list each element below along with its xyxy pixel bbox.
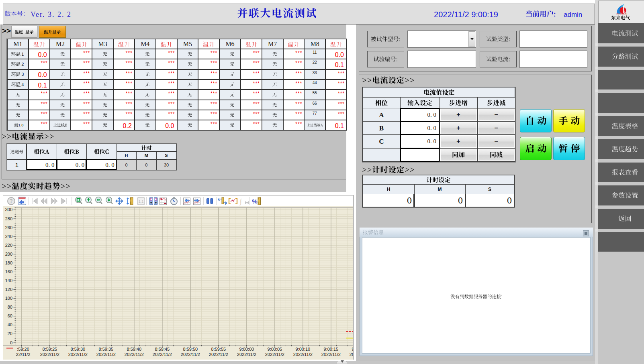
svg-text:?: ? [10,198,12,204]
svg-text:1:1: 1:1 [139,199,144,203]
svg-text:%: % [252,198,257,205]
svg-text:DONGLAI: DONGLAI [616,12,627,15]
svg-text:∫: ∫ [239,197,242,205]
